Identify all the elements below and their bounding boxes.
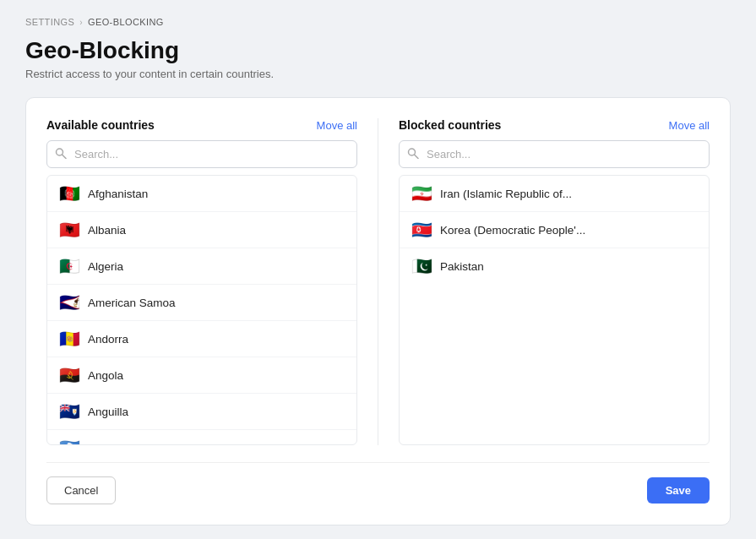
country-name: Andorra [88,333,128,346]
country-name: Pakistan [440,260,484,273]
country-name: Albania [88,224,126,237]
list-item[interactable]: 🇦🇸 American Samoa [47,285,356,321]
flag-emoji: 🇵🇰 [411,256,432,276]
list-item[interactable]: 🇵🇰 Pakistan [400,248,709,284]
main-card: Available countries Move all 🇦🇫 Afghanis… [25,97,731,525]
page-subtitle: Restrict access to your content in certa… [25,68,731,80]
available-column-title: Available countries [46,118,155,132]
breadcrumb-current: GEO-BLOCKING [88,17,164,27]
blocked-country-list: 🇮🇷 Iran (Islamic Republic of... 🇰🇵 Korea… [399,175,710,445]
blocked-column-header: Blocked countries Move all [399,118,710,132]
flag-emoji: 🇦🇴 [59,365,79,385]
blocked-countries-column: Blocked countries Move all 🇮🇷 Iran (Isla… [399,118,710,445]
available-column-header: Available countries Move all [46,118,357,132]
flag-emoji: 🇩🇿 [59,256,79,276]
breadcrumb-settings[interactable]: SETTINGS [25,17,74,27]
available-search-container [46,140,357,168]
blocked-move-all-button[interactable]: Move all [669,119,710,132]
country-name: Afghanistan [88,188,148,200]
list-item[interactable]: 🇮🇷 Iran (Islamic Republic of... [400,176,709,212]
list-item[interactable]: 🇦🇶 Antarctica [47,430,356,445]
country-name: Iran (Islamic Republic of... [440,188,572,200]
available-country-list: 🇦🇫 Afghanistan 🇦🇱 Albania 🇩🇿 Algeria 🇦🇸 … [46,175,357,445]
card-footer: Cancel Save [46,462,710,504]
save-button[interactable]: Save [647,477,710,504]
breadcrumb: SETTINGS › GEO-BLOCKING [25,17,731,27]
flag-emoji: 🇦🇩 [59,329,79,349]
country-name: Algeria [88,260,123,273]
page-title: Geo-Blocking [25,37,731,64]
country-name: Korea (Democratic People'... [440,224,585,237]
list-item[interactable]: 🇦🇴 Angola [47,357,356,394]
flag-emoji: 🇦🇫 [59,183,79,204]
flag-emoji: 🇦🇶 [59,438,79,445]
flag-emoji: 🇰🇵 [411,220,432,240]
list-item[interactable]: 🇦🇱 Albania [47,212,356,248]
available-countries-column: Available countries Move all 🇦🇫 Afghanis… [46,118,357,445]
flag-emoji: 🇦🇱 [59,220,79,240]
list-item[interactable]: 🇦🇩 Andorra [47,321,356,357]
flag-emoji: 🇮🇷 [411,183,432,204]
blocked-column-title: Blocked countries [399,118,501,132]
flag-emoji: 🇦🇸 [59,292,79,313]
list-item[interactable]: 🇩🇿 Algeria [47,248,356,285]
columns-wrapper: Available countries Move all 🇦🇫 Afghanis… [46,118,710,445]
blocked-search-input[interactable] [399,140,710,168]
country-name: Angola [88,369,123,382]
country-name: American Samoa [88,297,176,309]
country-name: Anguilla [88,406,128,418]
available-search-input[interactable] [46,140,357,168]
blocked-search-container [399,140,710,168]
list-item[interactable]: 🇰🇵 Korea (Democratic People'... [400,212,709,248]
list-item[interactable]: 🇦🇫 Afghanistan [47,176,356,212]
country-name: Antarctica [88,442,139,446]
column-divider [378,118,378,445]
cancel-button[interactable]: Cancel [46,476,116,504]
available-move-all-button[interactable]: Move all [317,119,357,132]
breadcrumb-separator: › [79,18,83,27]
list-item[interactable]: 🇦🇮 Anguilla [47,394,356,430]
flag-emoji: 🇦🇮 [59,401,79,422]
